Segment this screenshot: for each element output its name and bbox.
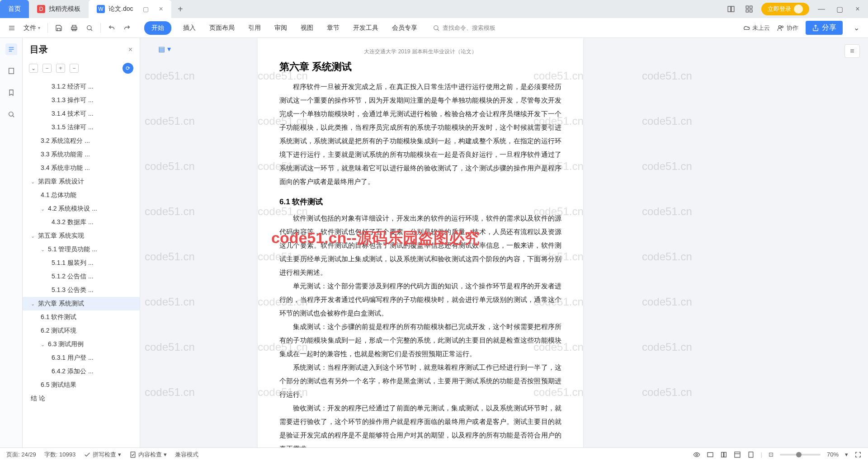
outline-item[interactable]: 3.2 系统流程分 ... <box>23 134 140 148</box>
outline-item[interactable]: ⌄第四章 系统设计 <box>23 175 140 188</box>
outline-item[interactable]: 3.3 系统功能需 ... <box>23 148 140 161</box>
outline-item[interactable]: 6.1 软件测试 <box>23 310 140 324</box>
chevron-down-icon: ⌄ <box>31 179 36 185</box>
maximize-button[interactable]: ▢ <box>834 3 845 15</box>
outline-item[interactable]: 结 论 <box>23 392 140 405</box>
right-panel-toggle[interactable]: ≡ <box>844 44 860 58</box>
collaborate-button[interactable]: 协作 <box>777 24 798 32</box>
outline-item[interactable]: 6.5 测试结果 <box>23 378 140 392</box>
zoom-slider[interactable] <box>780 454 821 456</box>
spell-check[interactable]: 拼写检查 ▾ <box>84 451 121 459</box>
content-check[interactable]: 内容检查 ▾ <box>129 451 167 459</box>
collapse-all-icon[interactable]: ⌄ <box>29 64 38 73</box>
expand-all-icon[interactable]: + <box>56 64 65 73</box>
outline-item[interactable]: 3.1.4 技术可 ... <box>23 107 140 121</box>
outline-item[interactable]: ⌄第五章 系统实现 <box>23 229 140 243</box>
outline-item[interactable]: 5.1.3 公告类 ... <box>23 283 140 297</box>
outline-item[interactable]: 6.2 测试环境 <box>23 324 140 338</box>
search-rail-icon[interactable] <box>5 108 17 120</box>
fullscreen-icon[interactable] <box>854 451 862 458</box>
cloud-status[interactable]: 未上云 <box>743 24 770 32</box>
close-window-button[interactable]: × <box>852 3 863 15</box>
view-mode-1-icon[interactable] <box>707 451 714 458</box>
zoom-thumb[interactable] <box>796 452 802 457</box>
menu-view[interactable]: 视图 <box>299 21 315 35</box>
svg-point-16 <box>778 25 781 28</box>
menu-start[interactable]: 开始 <box>144 21 171 35</box>
menu-review[interactable]: 审阅 <box>273 21 289 35</box>
menu-insert[interactable]: 插入 <box>181 21 198 35</box>
collapse-one-icon[interactable]: − <box>70 64 79 73</box>
command-search[interactable]: 查找命令、搜索模板 <box>433 24 495 32</box>
menu-vip[interactable]: 会员专享 <box>390 21 419 35</box>
svg-point-23 <box>9 112 13 116</box>
tab-home[interactable]: 首页 <box>0 0 29 18</box>
eye-icon[interactable] <box>693 451 700 458</box>
outline-sync-icon[interactable]: ⟳ <box>123 63 133 74</box>
paragraph: 单元测试：这个部分需要涉及到程序的代码方面的知识，这个操作环节是程序的开发者进行… <box>279 279 561 320</box>
outline-close-icon[interactable]: × <box>128 46 132 54</box>
apps-icon[interactable] <box>743 3 755 15</box>
outline-item[interactable]: 4.1 总体功能 <box>23 188 140 202</box>
menu-references[interactable]: 引用 <box>246 21 263 35</box>
menu-devtools[interactable]: 开发工具 <box>351 21 380 35</box>
page-settings-icon[interactable]: ▤ ▾ <box>158 42 171 55</box>
outline-item[interactable]: 5.1.2 公告信 ... <box>23 270 140 283</box>
login-button[interactable]: 立即登录 <box>761 3 809 15</box>
outline-item[interactable]: 6.4.2 添加公 ... <box>23 365 140 378</box>
outline-item[interactable]: ⌄4.2 系统模块设 ... <box>23 202 140 216</box>
outline-item[interactable]: ⌄5.1 管理员功能 ... <box>23 243 140 256</box>
bookmark-rail-icon[interactable] <box>5 87 17 99</box>
minimize-button[interactable]: — <box>816 3 827 15</box>
layout-icon[interactable] <box>725 3 737 15</box>
save-icon[interactable] <box>52 22 65 34</box>
outline-item[interactable]: 3.1.2 经济可 ... <box>23 80 140 94</box>
outline-item[interactable]: 4.3.2 数据库 ... <box>23 216 140 229</box>
menu-chapter[interactable]: 章节 <box>325 21 341 35</box>
outline-item[interactable]: ⌄第六章 系统测试 <box>23 297 140 310</box>
view-mode-2-icon[interactable] <box>720 451 727 458</box>
page-tools: ▤ ▾ <box>158 42 171 55</box>
ribbon: 文件▾ 开始 插入 页面布局 引用 审阅 视图 章节 开发工具 会员专享 查找命… <box>0 18 868 38</box>
svg-rect-2 <box>746 6 748 8</box>
compat-mode[interactable]: 兼容模式 <box>175 451 198 459</box>
separator <box>100 23 101 33</box>
expand-ribbon-icon[interactable]: ⌄ <box>850 22 863 34</box>
outline-item[interactable]: 3.4 系统非功能 ... <box>23 161 140 175</box>
outline-item[interactable]: 3.1.5 法律可 ... <box>23 121 140 134</box>
svg-line-13 <box>91 29 92 30</box>
word-count[interactable]: 字数: 10993 <box>44 451 75 459</box>
menu-layout[interactable]: 页面布局 <box>208 21 236 35</box>
thumbnail-rail-icon[interactable] <box>5 65 17 77</box>
view-mode-3-icon[interactable] <box>734 451 741 458</box>
file-menu[interactable]: 文件▾ <box>21 24 43 32</box>
fit-width-icon[interactable]: ⊡ <box>769 451 774 458</box>
spell-label: 拼写检查 <box>93 451 116 459</box>
undo-icon[interactable] <box>105 22 118 34</box>
share-button[interactable]: 分享 <box>806 21 843 35</box>
tab-templates[interactable]: D 找稻壳模板 <box>29 0 89 18</box>
preview-icon[interactable] <box>83 22 96 34</box>
heading-section: 6.1 软件测试 <box>279 197 561 207</box>
zoom-dropdown-icon[interactable]: ▾ <box>845 451 848 458</box>
add-tab-button[interactable]: + <box>171 4 189 14</box>
outline-panel: 目录 × ⌄ − + − ⟳ 3.1.2 经济可 ...3.1.3 操作可 ..… <box>23 38 140 447</box>
tab-document[interactable]: W 论文.doc ▢ × <box>89 0 171 18</box>
zoom-value[interactable]: 70% <box>827 451 839 458</box>
close-tab-icon[interactable]: × <box>159 5 163 13</box>
chevron-down-icon: ⌄ <box>41 342 46 348</box>
outline-item[interactable]: 6.3.1 用户登 ... <box>23 351 140 365</box>
document-canvas[interactable]: ▤ ▾ 大连交通大学 2019 届本科生毕业设计（论文） 第六章 系统测试 程序… <box>140 38 868 447</box>
outline-item[interactable]: 5.1.1 服装列 ... <box>23 256 140 270</box>
duplicate-tab-icon[interactable]: ▢ <box>143 5 149 13</box>
menu-icon[interactable] <box>5 22 18 34</box>
page-indicator[interactable]: 页面: 24/29 <box>6 451 36 459</box>
outline-item[interactable]: 3.1.3 操作可 ... <box>23 94 140 107</box>
redo-icon[interactable] <box>121 22 133 34</box>
expand-one-icon[interactable]: − <box>42 64 52 73</box>
outline-item[interactable]: ⌄6.3 测试用例 <box>23 338 140 351</box>
view-mode-4-icon[interactable] <box>747 451 755 458</box>
outline-rail-icon[interactable] <box>5 43 17 55</box>
watermark-faint: code51.cn <box>145 205 195 218</box>
print-icon[interactable] <box>68 22 80 34</box>
